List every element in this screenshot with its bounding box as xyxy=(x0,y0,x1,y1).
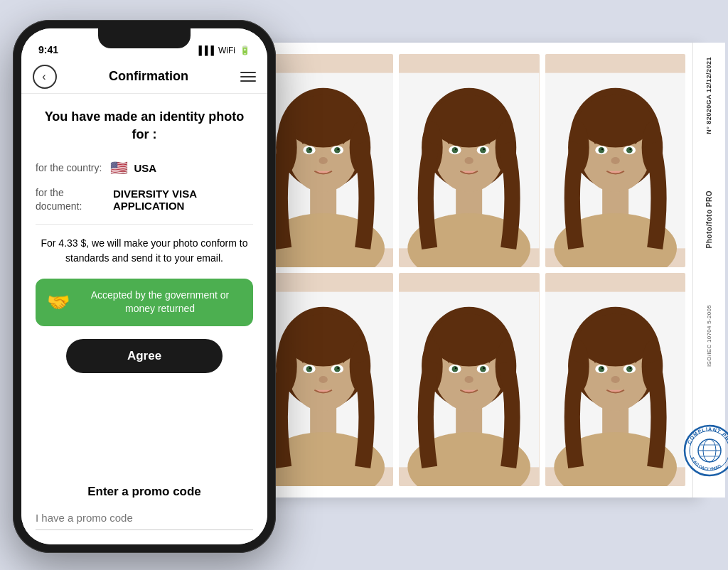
svg-point-70 xyxy=(452,366,459,372)
phone-screen: 9:41 ▐▐▐ WiFi 🔋 ‹ Confirmation xyxy=(21,28,267,544)
promo-section: Enter a promo code xyxy=(21,473,267,544)
status-icons: ▐▐▐ WiFi 🔋 xyxy=(196,45,250,55)
guarantee-banner: 🤝 Accepted by the government or money re… xyxy=(36,279,253,326)
status-time: 9:41 xyxy=(38,44,58,55)
svg-point-50 xyxy=(287,314,360,367)
promo-input[interactable] xyxy=(36,506,253,530)
phone-body: 9:41 ▐▐▐ WiFi 🔋 ‹ Confirmation xyxy=(13,20,276,553)
serial-number-text: N° 82020GA 12/12/2021 xyxy=(704,57,714,134)
svg-point-85 xyxy=(598,366,604,372)
svg-point-44 xyxy=(611,157,619,164)
svg-point-10 xyxy=(306,147,313,154)
svg-point-25 xyxy=(452,147,459,154)
portrait-svg-6 xyxy=(545,273,685,486)
svg-point-80 xyxy=(579,314,653,367)
signal-icon: ▐▐▐ xyxy=(196,45,214,55)
svg-point-5 xyxy=(287,95,360,148)
portrait-svg-5 xyxy=(399,273,539,486)
promo-title: Enter a promo code xyxy=(36,485,253,499)
svg-point-89 xyxy=(611,376,619,383)
photo-sheet xyxy=(242,43,697,498)
country-row: for the country: 🇺🇸 USA xyxy=(36,159,253,176)
nav-title: Confirmation xyxy=(109,69,188,84)
country-label: for the country: xyxy=(36,161,102,174)
svg-point-43 xyxy=(629,149,631,150)
svg-point-20 xyxy=(432,95,506,148)
photo-sheet-wrapper: N° 82020GA 12/12/2021 Photo/foto PRO ISO… xyxy=(242,43,725,526)
brand-text: Photo/foto PRO xyxy=(705,190,713,248)
svg-point-88 xyxy=(629,367,631,369)
svg-point-56 xyxy=(334,366,341,372)
svg-point-11 xyxy=(334,147,341,154)
svg-point-26 xyxy=(480,147,486,154)
sheet-side-label: N° 82020GA 12/12/2021 Photo/foto PRO ISO… xyxy=(692,43,725,498)
wifi-icon: WiFi xyxy=(218,45,235,55)
svg-point-28 xyxy=(483,149,485,150)
svg-point-14 xyxy=(318,157,327,164)
svg-point-35 xyxy=(579,95,653,148)
compliant-stamp: COMPLIANT PHOTOS ICAO OACI YMAO xyxy=(682,424,729,478)
screen-content: You have made an identity photo for : fo… xyxy=(21,94,267,473)
svg-point-41 xyxy=(626,147,633,154)
country-name: USA xyxy=(134,162,156,174)
svg-point-29 xyxy=(465,157,473,164)
svg-point-65 xyxy=(432,314,506,367)
divider-1 xyxy=(36,224,253,225)
portrait-svg-3 xyxy=(545,54,685,267)
svg-point-87 xyxy=(601,367,603,369)
document-label: for the document: xyxy=(36,186,105,212)
agree-button[interactable]: Agree xyxy=(66,339,223,373)
svg-point-73 xyxy=(483,367,485,369)
stamp-svg: COMPLIANT PHOTOS ICAO OACI YMAO xyxy=(682,424,729,478)
svg-point-86 xyxy=(626,366,633,372)
svg-point-12 xyxy=(309,149,311,150)
svg-point-58 xyxy=(337,367,338,369)
svg-point-59 xyxy=(318,376,327,383)
portrait-svg-2 xyxy=(399,54,539,267)
menu-line-3 xyxy=(240,80,256,82)
svg-point-42 xyxy=(601,149,603,150)
headline-text: You have made an identity photo for : xyxy=(36,108,253,144)
svg-point-40 xyxy=(598,147,604,154)
guarantee-text: Accepted by the government or money retu… xyxy=(78,289,242,316)
handshake-icon: 🤝 xyxy=(47,291,70,313)
flag-icon: 🇺🇸 xyxy=(110,159,128,176)
svg-point-27 xyxy=(455,149,456,150)
document-row: for the document: DIVERSITY VISA APPLICA… xyxy=(36,186,253,212)
svg-point-74 xyxy=(465,376,473,383)
svg-point-57 xyxy=(309,367,311,369)
battery-icon: 🔋 xyxy=(240,45,250,55)
price-text: For 4.33 $, we will make your photo conf… xyxy=(36,236,253,266)
menu-line-1 xyxy=(240,72,256,73)
svg-point-13 xyxy=(337,149,338,150)
phone-notch xyxy=(98,28,191,48)
svg-point-72 xyxy=(455,367,456,369)
document-value: DIVERSITY VISA APPLICATION xyxy=(113,188,253,212)
phone-container: 9:41 ▐▐▐ WiFi 🔋 ‹ Confirmation xyxy=(13,20,276,553)
svg-point-55 xyxy=(306,366,313,372)
back-arrow-icon: ‹ xyxy=(42,70,46,83)
photo-cell-2 xyxy=(399,54,539,267)
menu-line-2 xyxy=(240,76,256,77)
photo-cell-3 xyxy=(545,54,685,267)
country-value: 🇺🇸 USA xyxy=(110,159,156,176)
nav-bar: ‹ Confirmation xyxy=(21,60,267,94)
photo-cell-6 xyxy=(545,273,685,486)
svg-point-71 xyxy=(480,366,486,372)
photo-cell-5 xyxy=(399,273,539,486)
back-button[interactable]: ‹ xyxy=(33,65,57,89)
menu-button[interactable] xyxy=(240,72,256,82)
iso-text: ISO/IEC 10704 5-2005 xyxy=(706,305,712,367)
